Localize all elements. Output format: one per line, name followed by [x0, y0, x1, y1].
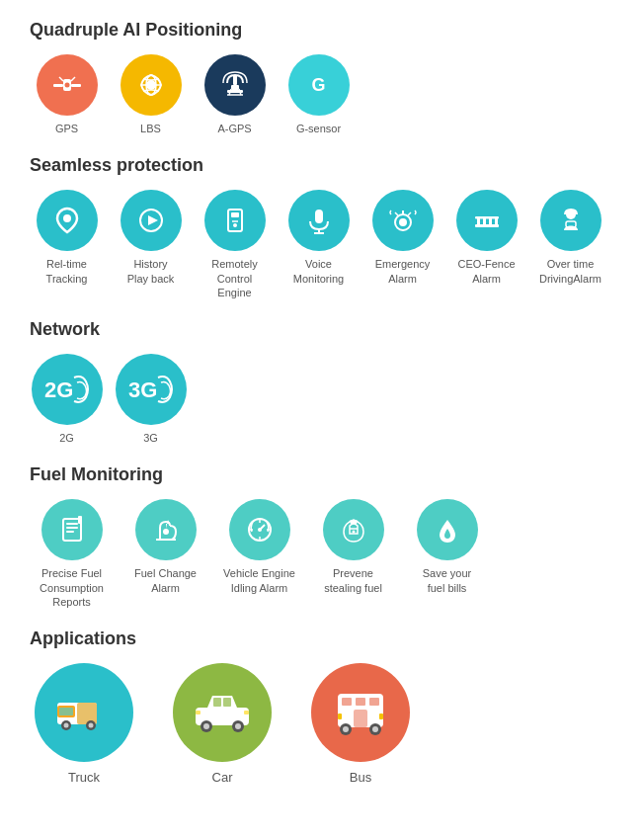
lbs-label: LBS	[140, 122, 161, 135]
item-emergency: EmergencyAlarm	[365, 190, 440, 286]
applications-row: Truck	[30, 663, 612, 785]
gsensor-label: G-sensor	[296, 122, 341, 135]
fuelchange-circle	[135, 499, 197, 560]
history-circle	[120, 190, 182, 251]
item-car: Car	[168, 663, 277, 785]
svg-rect-72	[342, 698, 352, 706]
precise-circle	[41, 499, 103, 560]
savefuel-circle	[417, 499, 478, 560]
svg-rect-74	[369, 698, 379, 706]
svg-rect-40	[66, 527, 78, 529]
remote-label: RemotelyControlEngine	[211, 257, 257, 299]
svg-rect-39	[66, 523, 78, 525]
svg-line-26	[395, 212, 398, 215]
svg-point-79	[372, 726, 378, 732]
voice-label: VoiceMonitoring	[293, 257, 344, 286]
2g-circle: 2G	[32, 354, 103, 425]
svg-text:3G: 3G	[128, 378, 157, 402]
truck-label: Truck	[68, 770, 100, 785]
svg-point-13	[63, 214, 71, 222]
engineidle-label: Vehicle EngineIdling Alarm	[223, 566, 295, 595]
item-savefuel: Save yourfuel bills	[405, 499, 489, 595]
svg-rect-73	[356, 698, 365, 706]
item-overtime: Over timeDrivingAlarm	[533, 190, 607, 286]
svg-rect-17	[231, 212, 239, 217]
svg-rect-1	[53, 84, 63, 87]
fuel-title: Fuel Monitoring	[30, 464, 612, 485]
3g-label: 3G	[143, 431, 158, 445]
item-realtime: Rel-timeTracking	[30, 190, 104, 286]
item-engineidle: Vehicle EngineIdling Alarm	[217, 499, 301, 595]
seamless-title: Seamless protection	[30, 155, 612, 176]
svg-line-5	[71, 77, 75, 81]
svg-point-68	[235, 723, 241, 729]
svg-rect-2	[71, 84, 81, 87]
emergency-label: EmergencyAlarm	[375, 257, 431, 286]
fuelchange-label: Fuel ChangeAlarm	[134, 566, 197, 595]
network-title: Network	[30, 319, 612, 340]
svg-point-53	[352, 531, 355, 534]
gsensor-text: G	[311, 75, 325, 96]
applications-section: Applications Tru	[30, 629, 612, 785]
overtime-label: Over timeDrivingAlarm	[539, 257, 602, 286]
2g-label: 2G	[59, 431, 74, 445]
engineidle-circle	[229, 499, 290, 560]
ceofence-label: CEO-FenceAlarm	[457, 257, 515, 286]
item-history: HistoryPlay back	[114, 190, 188, 286]
agps-circle	[204, 54, 266, 116]
network-icon-row: 2G 2G 3G 3G	[30, 354, 612, 445]
svg-line-51	[260, 525, 265, 530]
item-bus: Bus	[306, 663, 415, 785]
svg-rect-69	[196, 711, 201, 714]
item-agps: A-GPS	[198, 54, 272, 135]
precise-label: Precise FuelConsumptionReports	[40, 566, 104, 609]
svg-rect-64	[223, 698, 231, 707]
agps-label: A-GPS	[217, 122, 251, 135]
item-gps: GPS	[30, 54, 104, 135]
item-3g: 3G 3G	[114, 354, 188, 445]
svg-point-3	[64, 83, 69, 88]
item-precise: Precise FuelConsumptionReports	[30, 499, 114, 609]
3g-circle: 3G	[116, 354, 187, 425]
svg-rect-80	[338, 714, 342, 719]
svg-rect-20	[315, 210, 323, 223]
svg-rect-41	[66, 531, 74, 533]
gsensor-circle: G	[288, 54, 350, 116]
seamless-icon-row: Rel-timeTracking HistoryPlay back	[30, 190, 612, 299]
svg-point-59	[64, 723, 69, 728]
quadruple-icon-row: GPS LBS	[30, 54, 612, 135]
overtime-circle	[540, 190, 602, 251]
voice-circle	[288, 190, 350, 251]
svg-rect-42	[78, 516, 82, 524]
emergency-circle	[372, 190, 434, 251]
svg-rect-57	[77, 703, 97, 724]
item-gsensor: G G-sensor	[281, 54, 356, 135]
svg-rect-75	[354, 710, 367, 727]
svg-rect-33	[475, 216, 499, 219]
svg-rect-9	[233, 75, 237, 85]
quadruple-section: Quadruple AI Positioning GPS	[30, 20, 612, 135]
item-voice: VoiceMonitoring	[281, 190, 356, 286]
svg-point-18	[233, 223, 237, 227]
fuel-section: Fuel Monitoring Precise FuelConsumptionR…	[30, 464, 612, 609]
applications-title: Applications	[30, 629, 612, 649]
svg-rect-70	[244, 711, 249, 714]
item-remote: RemotelyControlEngine	[198, 190, 272, 299]
svg-rect-63	[213, 698, 221, 707]
svg-point-24	[399, 218, 407, 226]
svg-point-61	[89, 723, 94, 728]
svg-line-27	[408, 212, 411, 215]
bus-label: Bus	[350, 770, 371, 785]
history-label: HistoryPlay back	[127, 257, 175, 286]
remote-circle	[204, 190, 266, 251]
svg-line-4	[59, 77, 63, 81]
realtime-label: Rel-timeTracking	[46, 257, 88, 286]
car-circle	[173, 663, 272, 762]
lbs-circle	[120, 54, 182, 116]
fuel-icon-row: Precise FuelConsumptionReports Fuel Chan…	[30, 499, 612, 609]
ceofence-circle	[456, 190, 518, 251]
item-truck: Truck	[30, 663, 138, 785]
truck-circle	[35, 663, 133, 762]
gps-circle	[37, 54, 98, 116]
seamless-section: Seamless protection Rel-timeTracking His…	[30, 155, 612, 299]
